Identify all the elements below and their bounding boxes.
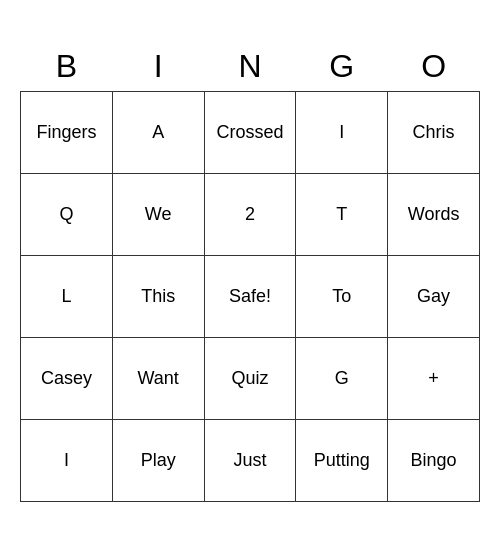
cell-r3-c1: Want (112, 338, 204, 420)
table-row: IPlayJustPuttingBingo (21, 420, 480, 502)
cell-r1-c1: We (112, 174, 204, 256)
cell-r2-c2: Safe! (204, 256, 296, 338)
cell-r3-c2: Quiz (204, 338, 296, 420)
cell-r4-c1: Play (112, 420, 204, 502)
cell-r0-c3: I (296, 92, 388, 174)
bingo-card: BINGO FingersACrossedIChrisQWe2TWordsLTh… (20, 42, 480, 503)
header-cell-i: I (112, 42, 204, 92)
cell-r2-c1: This (112, 256, 204, 338)
cell-r2-c4: Gay (388, 256, 480, 338)
cell-r0-c0: Fingers (21, 92, 113, 174)
cell-r0-c2: Crossed (204, 92, 296, 174)
cell-r3-c0: Casey (21, 338, 113, 420)
cell-r2-c0: L (21, 256, 113, 338)
cell-r1-c4: Words (388, 174, 480, 256)
cell-r4-c0: I (21, 420, 113, 502)
cell-r1-c0: Q (21, 174, 113, 256)
header-cell-o: O (388, 42, 480, 92)
cell-r0-c1: A (112, 92, 204, 174)
header-cell-n: N (204, 42, 296, 92)
cell-r4-c3: Putting (296, 420, 388, 502)
table-row: FingersACrossedIChris (21, 92, 480, 174)
cell-r2-c3: To (296, 256, 388, 338)
header-cell-g: G (296, 42, 388, 92)
cell-r1-c2: 2 (204, 174, 296, 256)
cell-r3-c4: + (388, 338, 480, 420)
cell-r0-c4: Chris (388, 92, 480, 174)
cell-r4-c4: Bingo (388, 420, 480, 502)
table-row: QWe2TWords (21, 174, 480, 256)
cell-r1-c3: T (296, 174, 388, 256)
table-row: LThisSafe!ToGay (21, 256, 480, 338)
table-row: CaseyWantQuizG+ (21, 338, 480, 420)
header-cell-b: B (21, 42, 113, 92)
cell-r4-c2: Just (204, 420, 296, 502)
cell-r3-c3: G (296, 338, 388, 420)
